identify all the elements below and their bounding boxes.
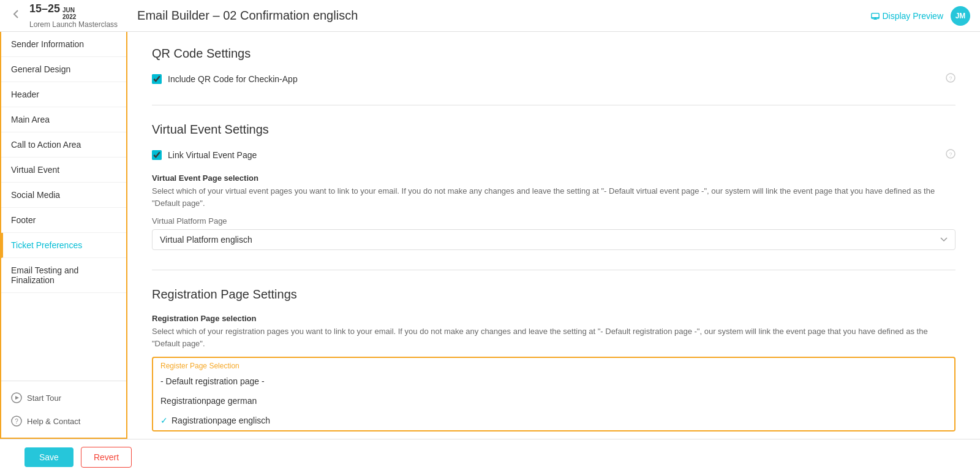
event-name: Lorem Launch Masterclass	[29, 20, 118, 29]
avatar: JM	[951, 6, 970, 26]
svg-text:?: ?	[15, 418, 18, 425]
header-left: 15–25 JUN 2022 Lorem Launch Masterclass …	[10, 2, 358, 29]
sidebar-footer-area: Start Tour ? Help & Contact	[1, 381, 126, 438]
check-mark-icon: ✓	[160, 416, 168, 425]
virtual-help-icon[interactable]: ?	[946, 149, 956, 161]
svg-marker-5	[15, 396, 19, 400]
event-date: 15–25 JUN 2022	[29, 2, 118, 20]
sidebar-nav: Sender Information General Design Header…	[1, 32, 126, 381]
back-button[interactable]	[10, 8, 22, 23]
event-month-year: JUN 2022	[62, 7, 76, 20]
sidebar-item-virtual-event[interactable]: Virtual Event	[1, 158, 126, 183]
option-label-german: Registrationpage german	[160, 396, 257, 406]
sidebar: Sender Information General Design Header…	[0, 32, 127, 439]
play-circle-icon	[11, 392, 22, 403]
sidebar-item-email-testing-and-finalization[interactable]: Email Testing and Finalization	[1, 258, 126, 293]
virtual-platform-select[interactable]: Virtual Platform englisch	[152, 229, 956, 250]
sidebar-item-call-to-action-area[interactable]: Call to Action Area	[1, 132, 126, 158]
virtual-event-checkbox[interactable]	[152, 150, 162, 160]
revert-button[interactable]: Revert	[81, 447, 132, 468]
virtual-event-field-title: Virtual Event Page selection	[152, 173, 956, 183]
qr-code-checkbox-row: Include QR Code for Checkin-App ?	[152, 73, 956, 85]
virtual-event-section: Virtual Event Settings Link Virtual Even…	[152, 123, 956, 250]
help-contact-label: Help & Contact	[27, 417, 80, 426]
header-right: Display Preview JM	[871, 6, 970, 26]
dropdown-options: - Default registration page - Registrati…	[153, 371, 954, 430]
sidebar-item-general-design[interactable]: General Design	[1, 57, 126, 82]
qr-code-checkbox[interactable]	[152, 74, 162, 84]
page-title: Email Builder – 02 Confirmation englisch	[137, 9, 358, 23]
top-header: 15–25 JUN 2022 Lorem Launch Masterclass …	[0, 0, 980, 32]
virtual-event-field-desc: Select which of your virtual event pages…	[152, 185, 956, 209]
register-page-dropdown[interactable]: Register Page Selection - Default regist…	[152, 357, 956, 431]
divider-1	[152, 105, 956, 105]
qr-code-title: QR Code Settings	[152, 47, 956, 61]
divider-2	[152, 270, 956, 270]
sidebar-item-footer[interactable]: Footer	[1, 208, 126, 233]
start-tour-item[interactable]: Start Tour	[1, 386, 126, 409]
content-area: QR Code Settings Include QR Code for Che…	[127, 32, 980, 439]
virtual-event-title: Virtual Event Settings	[152, 123, 956, 137]
event-date-range: 15–25	[29, 2, 60, 15]
dropdown-option-english[interactable]: ✓ Ragistrationpage englisch	[153, 411, 954, 430]
event-info: 15–25 JUN 2022 Lorem Launch Masterclass	[29, 2, 118, 29]
registration-section: Registration Page Settings Registration …	[152, 287, 956, 431]
option-label-english: Ragistrationpage englisch	[172, 416, 270, 425]
bottom-bar: Save Revert	[0, 439, 980, 475]
dropdown-label: Register Page Selection	[153, 358, 954, 371]
qr-code-checkbox-label: Include QR Code for Checkin-App	[168, 74, 298, 84]
svg-text:?: ?	[949, 151, 952, 158]
sidebar-item-main-area[interactable]: Main Area	[1, 107, 126, 132]
display-preview-label: Display Preview	[882, 11, 943, 21]
start-tour-label: Start Tour	[27, 393, 61, 403]
registration-field-desc: Select which of your registration pages …	[152, 325, 956, 349]
virtual-event-field-group: Virtual Event Page selection Select whic…	[152, 173, 956, 250]
sidebar-item-header[interactable]: Header	[1, 82, 126, 107]
save-button[interactable]: Save	[24, 447, 74, 467]
sidebar-item-social-media[interactable]: Social Media	[1, 183, 126, 208]
dropdown-option-german[interactable]: Registrationpage german	[153, 391, 954, 411]
event-year: 2022	[62, 13, 76, 20]
dropdown-option-default[interactable]: - Default registration page -	[153, 371, 954, 391]
main-layout: Sender Information General Design Header…	[0, 32, 980, 439]
event-month: JUN	[62, 7, 76, 13]
registration-field-title: Registration Page selection	[152, 314, 956, 323]
sidebar-item-sender-information[interactable]: Sender Information	[1, 32, 126, 57]
qr-code-section: QR Code Settings Include QR Code for Che…	[152, 47, 956, 85]
help-circle-icon: ?	[11, 416, 22, 427]
virtual-platform-label: Virtual Platform Page	[152, 216, 956, 226]
virtual-event-checkbox-row: Link Virtual Event Page ?	[152, 149, 956, 161]
qr-help-icon[interactable]: ?	[946, 73, 956, 85]
virtual-event-checkbox-label: Link Virtual Event Page	[168, 150, 257, 160]
sidebar-item-ticket-preferences[interactable]: Ticket Preferences	[1, 233, 126, 258]
help-contact-item[interactable]: ? Help & Contact	[1, 409, 126, 433]
option-label-default: - Default registration page -	[160, 376, 265, 386]
svg-text:?: ?	[949, 75, 952, 82]
display-preview-button[interactable]: Display Preview	[871, 11, 943, 21]
registration-title: Registration Page Settings	[152, 287, 956, 302]
